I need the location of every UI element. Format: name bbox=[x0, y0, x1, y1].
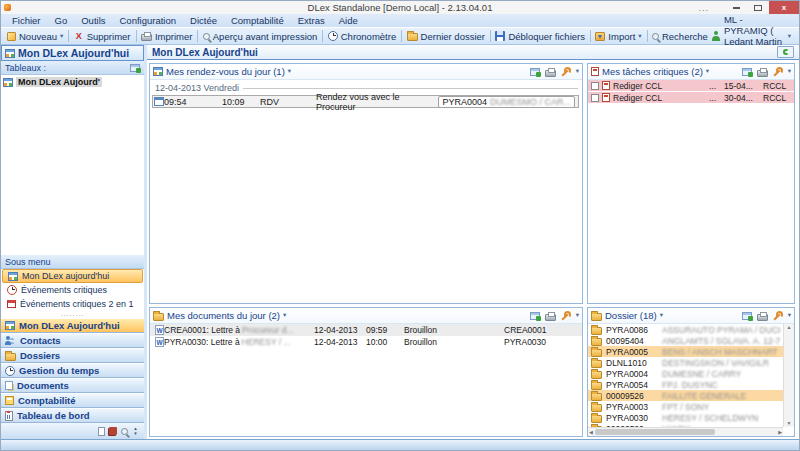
sidebar-item-contacts[interactable]: Contacts bbox=[1, 333, 144, 348]
settings-wrench-icon[interactable] bbox=[561, 311, 571, 321]
printer-icon[interactable] bbox=[545, 70, 556, 77]
appointment-subject: Rendez vous avec le Procureur bbox=[316, 92, 438, 112]
settings-wrench-icon[interactable] bbox=[773, 311, 783, 321]
stopwatch-button[interactable]: Chronomètre bbox=[324, 29, 400, 44]
page-title: Mon DLex Aujourd'hui bbox=[152, 47, 258, 58]
task-checkbox[interactable] bbox=[591, 94, 599, 102]
export-icon[interactable] bbox=[530, 312, 540, 320]
panel-taches-title[interactable]: Mes tâches critiques (2) bbox=[602, 66, 703, 77]
appointment-dossier-ref[interactable]: PYRA0004 DUMESMO / CAR... bbox=[438, 96, 575, 108]
submenu-item-evenements-critiques-2en1[interactable]: Événements critiques 2 en 1 bbox=[2, 297, 143, 311]
scroll-down-icon[interactable]: ▼ bbox=[787, 421, 792, 426]
dossier-row[interactable]: 00095404 ANGLAMTS / SGLAVA. A. 12-7 bbox=[588, 335, 783, 346]
panel-documents: Mes documents du jour (2) ▾ ▾ W CREA0001… bbox=[149, 307, 583, 437]
export-icon[interactable] bbox=[742, 68, 752, 76]
menu-fichier[interactable]: Fichier bbox=[5, 15, 48, 26]
search-icon[interactable] bbox=[121, 428, 128, 435]
import-button[interactable]: Import▾ bbox=[591, 29, 645, 44]
chevron-down-icon[interactable]: ▾ bbox=[576, 68, 579, 75]
print-button[interactable]: Imprimer bbox=[137, 29, 196, 44]
more-buttons-icon[interactable]: ▴▾ bbox=[132, 426, 139, 436]
chevron-down-icon[interactable]: ▾ bbox=[706, 68, 709, 75]
scroll-up-icon[interactable]: ▲ bbox=[787, 325, 792, 330]
new-button[interactable]: Nouveau▾ bbox=[3, 29, 67, 44]
refresh-button[interactable] bbox=[777, 46, 794, 58]
appointment-row[interactable]: 09:54 10:09 RDV Rendez vous avec le Proc… bbox=[152, 95, 579, 108]
chevron-down-icon[interactable]: ▾ bbox=[660, 312, 663, 319]
close-button[interactable]: x bbox=[769, 1, 799, 14]
add-table-icon[interactable] bbox=[130, 64, 140, 72]
last-folder-button[interactable]: Dernier dossier bbox=[403, 29, 489, 44]
unlock-files-button[interactable]: Débloquer fichiers bbox=[491, 29, 589, 44]
scrollbar-thumb[interactable] bbox=[595, 429, 715, 435]
minimize-button[interactable] bbox=[725, 1, 747, 14]
vertical-scrollbar[interactable]: ▲ ▼ bbox=[783, 324, 794, 427]
maximize-button[interactable] bbox=[747, 1, 769, 14]
delete-button[interactable]: X Supprimer bbox=[70, 29, 135, 44]
search-button[interactable]: Recherche bbox=[648, 29, 712, 44]
panel-documents-title[interactable]: Mes documents du jour (2) bbox=[167, 310, 280, 321]
dossier-row[interactable]: PYRA0005 BENS / ANSCH MASCHNART bbox=[588, 346, 783, 357]
chevron-down-icon[interactable]: ▾ bbox=[788, 312, 791, 319]
export-icon[interactable] bbox=[530, 68, 540, 76]
menu-outils[interactable]: Outils bbox=[74, 15, 112, 26]
chevron-down-icon[interactable]: ▾ bbox=[283, 312, 286, 319]
menu-configuration[interactable]: Configuration bbox=[113, 15, 184, 26]
settings-wrench-icon[interactable] bbox=[561, 67, 571, 77]
dossier-row[interactable]: PYRA0086 ASSURAUTO PYRAMA / DUCHMDC bbox=[588, 324, 783, 335]
sidebar-splitter-handle[interactable]: ........ bbox=[1, 311, 144, 318]
print-preview-button[interactable]: Aperçu avant impression bbox=[199, 29, 322, 44]
printer-icon[interactable] bbox=[757, 314, 768, 321]
sidebar-item-tableau-de-bord[interactable]: Tableau de bord bbox=[1, 408, 144, 423]
task-date: 15-04... bbox=[724, 81, 760, 91]
document-row[interactable]: W PYRA0030: Lettre à HERESY / ... 12-04-… bbox=[150, 336, 582, 348]
chevron-down-icon[interactable]: ▾ bbox=[576, 312, 579, 319]
appointment-type: RDV bbox=[260, 97, 316, 107]
dossier-row[interactable]: PYRA0004 DUMESNE / CARRY bbox=[588, 368, 783, 379]
documents-folder-icon bbox=[153, 313, 164, 321]
dossier-row[interactable]: PYRA0030 HERESY / SCHELDWYN bbox=[588, 412, 783, 423]
submenu-item-evenements-critiques[interactable]: Événements critiques bbox=[2, 283, 143, 297]
menu-extras[interactable]: Extras bbox=[291, 15, 332, 26]
sidebar-item-mon-dlex[interactable]: Mon DLex Aujourd'hui bbox=[1, 318, 144, 333]
panel-rendezvous-title[interactable]: Mes rendez-vous du jour (1) bbox=[166, 66, 285, 77]
task-row[interactable]: Rediger CCL ... 15-04... RCCL bbox=[588, 80, 794, 91]
printer-icon[interactable] bbox=[757, 70, 768, 77]
horizontal-scrollbar[interactable]: ◀ ▶ bbox=[588, 427, 783, 436]
red-book-icon[interactable] bbox=[109, 427, 117, 435]
sidebar-item-dossiers[interactable]: Dossiers bbox=[1, 348, 144, 363]
menu-comptabilite[interactable]: Comptabilité bbox=[224, 15, 291, 26]
scroll-left-icon[interactable]: ◀ bbox=[589, 430, 593, 435]
sidebar-item-gestion-du-temps[interactable]: Gestion du temps bbox=[1, 363, 144, 378]
tree-item-mon-dlex[interactable]: Mon DLex Aujourd' bbox=[3, 77, 142, 87]
printer-icon[interactable] bbox=[545, 314, 556, 321]
folder-icon bbox=[407, 33, 418, 41]
panel-documents-header: Mes documents du jour (2) ▾ ▾ bbox=[150, 308, 582, 324]
dossier-row[interactable]: 00009526 FAILLITE GENERALE bbox=[588, 390, 783, 401]
dossier-row[interactable]: PYRA0054 FPJ. DUSYNC bbox=[588, 379, 783, 390]
document-row[interactable]: W CREA0001: Lettre à Procureur d... 12-0… bbox=[150, 324, 582, 336]
task-row[interactable]: Rediger CCL ... 30-04... RCCL bbox=[588, 92, 794, 103]
task-checkbox[interactable] bbox=[591, 82, 599, 90]
document-code: CREA0001 bbox=[504, 325, 582, 335]
menu-dictee[interactable]: Dictée bbox=[183, 15, 224, 26]
submenu-item-mon-dlex[interactable]: Mon DLex aujourd'hui bbox=[2, 269, 143, 283]
chevron-down-icon: ▾ bbox=[60, 33, 63, 40]
dossier-row[interactable]: DLNL1010 DESTINGSKON / VAVIGILR bbox=[588, 357, 783, 368]
export-icon[interactable] bbox=[742, 312, 752, 320]
chevron-down-icon[interactable]: ▾ bbox=[288, 68, 291, 75]
panel-dossier-title[interactable]: Dossier (18) bbox=[605, 310, 657, 321]
document-status: Brouillon bbox=[404, 325, 504, 335]
settings-wrench-icon[interactable] bbox=[773, 67, 783, 77]
document-name: CREA0001: Lettre à bbox=[164, 325, 240, 335]
chevron-down-icon[interactable]: ▾ bbox=[788, 68, 791, 75]
menu-go[interactable]: Go bbox=[48, 15, 75, 26]
menu-aide[interactable]: Aide bbox=[332, 15, 365, 26]
dossier-row[interactable]: PYRA0003 FPT / SONY bbox=[588, 401, 783, 412]
notes-icon[interactable] bbox=[98, 427, 105, 436]
scroll-right-icon[interactable]: ▶ bbox=[778, 430, 782, 435]
sidebar-item-comptabilite[interactable]: Comptabilité bbox=[1, 393, 144, 408]
folder-icon bbox=[591, 327, 602, 335]
sidebar-item-documents[interactable]: Documents bbox=[1, 378, 144, 393]
stopwatch-icon bbox=[328, 31, 338, 41]
